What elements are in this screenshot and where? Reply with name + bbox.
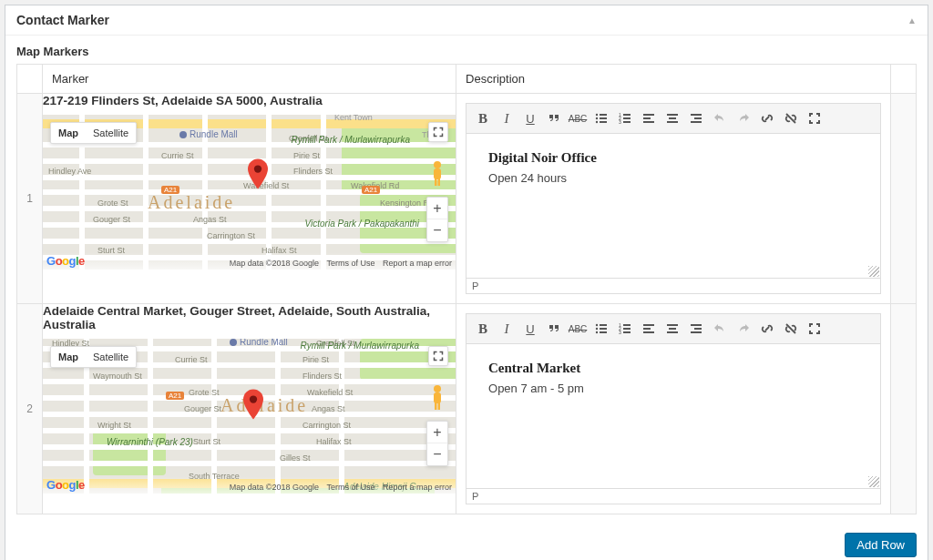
svg-point-7 bbox=[596, 117, 598, 119]
google-logo: Google bbox=[46, 478, 85, 492]
park-label: Rymill Park / Murlawirrapurka bbox=[291, 135, 410, 145]
pegman-icon[interactable] bbox=[428, 384, 446, 412]
bullet-list-button[interactable] bbox=[590, 318, 612, 340]
undo-button[interactable] bbox=[709, 107, 731, 129]
editor-content[interactable]: Central Market Open 7 am - 5 pm bbox=[466, 343, 881, 489]
align-left-button[interactable] bbox=[638, 107, 660, 129]
svg-point-27 bbox=[434, 385, 441, 392]
marker-address: Adelaide Central Market, Gouger Street, … bbox=[43, 304, 456, 331]
svg-rect-14 bbox=[623, 117, 631, 119]
fullscreen-button[interactable] bbox=[428, 122, 448, 142]
link-button[interactable] bbox=[756, 318, 778, 340]
svg-rect-32 bbox=[600, 324, 607, 326]
map[interactable]: Hindley St Grenfell St Currie St Pirie S… bbox=[43, 339, 456, 494]
svg-point-35 bbox=[596, 331, 598, 333]
numbered-list-button[interactable]: 123 bbox=[614, 107, 636, 129]
svg-rect-42 bbox=[623, 331, 631, 333]
undo-button[interactable] bbox=[709, 318, 731, 340]
panel-header[interactable]: Contact Marker ▲ bbox=[5, 5, 928, 36]
col-desc-header: Description bbox=[456, 65, 891, 94]
svg-rect-17 bbox=[643, 114, 654, 116]
redo-button[interactable] bbox=[733, 107, 754, 129]
zoom-in-button[interactable]: + bbox=[427, 198, 447, 219]
map-terms[interactable]: Terms of Use bbox=[326, 259, 374, 268]
row-actions[interactable] bbox=[891, 94, 917, 304]
table-row: 1 217-219 Flinders St, Adelaide SA 5000,… bbox=[17, 94, 917, 304]
hwy-label: A21 bbox=[166, 392, 184, 400]
map-type-control[interactable]: Map Satellite bbox=[50, 346, 137, 368]
align-right-button[interactable] bbox=[685, 107, 707, 129]
svg-rect-34 bbox=[600, 328, 607, 330]
strikethrough-button[interactable]: ABC bbox=[567, 318, 589, 340]
map-type-control[interactable]: Map Satellite bbox=[50, 122, 137, 144]
fullscreen-button[interactable] bbox=[428, 346, 448, 366]
contact-marker-panel: Contact Marker ▲ Map Markers Marker Desc… bbox=[5, 5, 928, 560]
blockquote-button[interactable] bbox=[543, 107, 565, 129]
bold-button[interactable]: B bbox=[472, 107, 494, 129]
svg-rect-46 bbox=[667, 324, 678, 326]
unlink-button[interactable] bbox=[780, 318, 802, 340]
align-right-button[interactable] bbox=[685, 318, 707, 340]
zoom-in-button[interactable]: + bbox=[427, 422, 447, 443]
park-label: Rymill Park / Murlawirrapurka bbox=[300, 341, 419, 351]
row-number[interactable]: 2 bbox=[17, 304, 43, 514]
svg-rect-2 bbox=[434, 168, 441, 179]
add-row-button[interactable]: Add Row bbox=[845, 533, 917, 557]
italic-button[interactable]: I bbox=[496, 318, 518, 340]
svg-rect-44 bbox=[643, 328, 651, 330]
zoom-out-button[interactable]: − bbox=[427, 219, 447, 241]
map-report[interactable]: Report a map error bbox=[383, 483, 452, 492]
row-number[interactable]: 1 bbox=[17, 94, 43, 304]
resize-handle[interactable] bbox=[868, 476, 879, 487]
italic-button[interactable]: I bbox=[496, 107, 518, 129]
zoom-control: + − bbox=[426, 197, 448, 242]
hwy-label: A21 bbox=[362, 186, 380, 194]
map-type-satellite[interactable]: Satellite bbox=[86, 347, 136, 367]
strikethrough-button[interactable]: ABC bbox=[567, 107, 589, 129]
bold-button[interactable]: B bbox=[472, 318, 494, 340]
collapse-icon[interactable]: ▲ bbox=[907, 15, 917, 25]
blockquote-button[interactable] bbox=[543, 318, 565, 340]
svg-point-9 bbox=[596, 121, 598, 123]
svg-rect-12 bbox=[623, 114, 631, 116]
map-terms[interactable]: Terms of Use bbox=[326, 483, 374, 492]
col-actions-header bbox=[891, 65, 917, 94]
fullscreen-button[interactable] bbox=[804, 107, 825, 129]
link-button[interactable] bbox=[756, 107, 778, 129]
google-logo: Google bbox=[46, 254, 85, 268]
marker-cell: Adelaide Central Market, Gouger Street, … bbox=[43, 304, 456, 514]
align-center-button[interactable] bbox=[661, 318, 683, 340]
align-left-button[interactable] bbox=[638, 318, 660, 340]
svg-rect-8 bbox=[600, 117, 607, 119]
unlink-button[interactable] bbox=[780, 107, 802, 129]
map-report[interactable]: Report a map error bbox=[383, 259, 452, 268]
pegman-icon[interactable] bbox=[428, 160, 446, 188]
row-actions[interactable] bbox=[891, 304, 917, 514]
zoom-control: + − bbox=[426, 421, 448, 466]
map-type-map[interactable]: Map bbox=[51, 347, 86, 367]
svg-rect-47 bbox=[669, 328, 676, 330]
align-center-button[interactable] bbox=[661, 107, 683, 129]
zoom-out-button[interactable]: − bbox=[427, 443, 447, 465]
underline-button[interactable]: U bbox=[519, 107, 541, 129]
fullscreen-button[interactable] bbox=[804, 318, 825, 340]
svg-rect-19 bbox=[643, 121, 654, 123]
map[interactable]: Kent Town Grenfell St Hindley St Currie … bbox=[43, 115, 456, 270]
map-type-map[interactable]: Map bbox=[51, 123, 86, 143]
redo-button[interactable] bbox=[733, 318, 754, 340]
editor-content[interactable]: Digital Noir Office Open 24 hours bbox=[466, 133, 881, 279]
svg-rect-23 bbox=[691, 114, 702, 116]
svg-rect-29 bbox=[435, 402, 437, 410]
map-pin-icon[interactable] bbox=[243, 389, 263, 420]
underline-button[interactable]: U bbox=[519, 318, 541, 340]
svg-rect-43 bbox=[643, 324, 654, 326]
map-type-satellite[interactable]: Satellite bbox=[86, 123, 136, 143]
numbered-list-button[interactable]: 123 bbox=[614, 318, 636, 340]
markers-table: Marker Description 1 217-219 Flinders St… bbox=[16, 64, 917, 514]
map-pin-icon[interactable] bbox=[248, 158, 268, 189]
svg-rect-6 bbox=[600, 114, 607, 116]
panel-footer: Add Row bbox=[5, 525, 928, 560]
svg-point-1 bbox=[434, 161, 441, 168]
resize-handle[interactable] bbox=[868, 266, 879, 277]
bullet-list-button[interactable] bbox=[590, 107, 612, 129]
